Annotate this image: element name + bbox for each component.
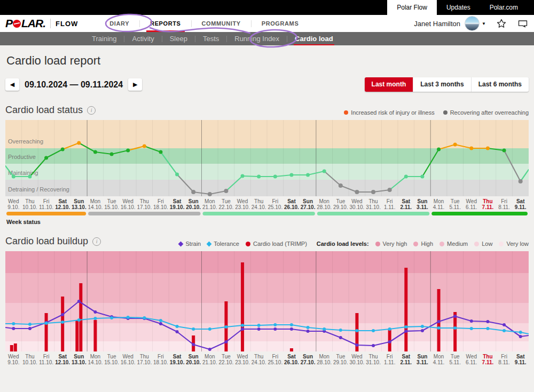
strain-point — [208, 348, 211, 351]
trimp-bar — [75, 321, 78, 351]
subnav-item-activity[interactable]: Activity — [124, 32, 161, 45]
axis-date-label: 20.10. — [186, 359, 201, 365]
strain-point — [176, 330, 179, 333]
status-point — [502, 149, 506, 153]
legend-dot-icon — [344, 110, 348, 115]
strain-point — [519, 335, 522, 338]
axis-day-label: Mon — [205, 354, 215, 359]
next-period-button[interactable]: ▶ — [128, 78, 142, 91]
subnav-item-sleep[interactable]: Sleep — [162, 32, 195, 45]
nav-item-reports[interactable]: REPORTS — [140, 15, 191, 32]
axis-day-label: Tue — [336, 354, 345, 359]
tolerance-point — [339, 329, 342, 332]
axis-day-label: Thu — [140, 354, 149, 359]
trimp-bar — [10, 345, 13, 351]
main-navbar: PLAR. FLOW DIARYREPORTSCOMMUNITYPROGRAMS… — [0, 15, 534, 32]
nav-item-programs[interactable]: PROGRAMS — [252, 15, 309, 32]
topbar-tab-updates[interactable]: Updates — [437, 0, 480, 15]
axis-date-label: 7.11. — [482, 359, 494, 365]
axis-day-label: Mon — [434, 354, 444, 359]
strain-point — [486, 320, 489, 323]
tolerance-point — [307, 326, 310, 329]
legend-diamond-icon — [178, 241, 184, 246]
last-6-months-button[interactable]: Last 6 months — [471, 77, 529, 92]
axis-day-label: Sat — [287, 198, 296, 204]
legend-dot-icon — [443, 110, 447, 115]
axis-day-label: Tue — [107, 198, 116, 204]
legend-item-high: High — [413, 241, 433, 247]
status-point — [77, 141, 81, 145]
axis-day-label: Thu — [368, 354, 378, 359]
trimp-bar — [404, 268, 407, 351]
axis-day-label: Sat — [173, 198, 182, 204]
axis-day-label: Fri — [501, 354, 507, 359]
status-point — [44, 156, 48, 160]
strain-point — [307, 330, 310, 333]
strain-point — [437, 320, 441, 323]
week-status-pill — [431, 212, 528, 215]
status-point — [289, 173, 293, 177]
tolerance-point — [176, 325, 179, 328]
status-point — [175, 173, 179, 177]
last-month-button[interactable]: Last month — [365, 77, 413, 92]
axis-day-label: Tue — [336, 198, 345, 204]
avatar[interactable] — [465, 16, 480, 31]
tolerance-point — [404, 325, 407, 329]
axis-date-label: 8.11. — [498, 204, 510, 210]
tolerance-point — [372, 329, 375, 332]
last-3-months-button[interactable]: Last 3 months — [413, 77, 470, 92]
axis-date-label: 23.10. — [235, 204, 250, 210]
axis-date-label: 3.11. — [417, 204, 428, 210]
status-info-icon[interactable]: i — [87, 106, 96, 115]
axis-day-label: Wed — [8, 354, 19, 359]
favorites-star-icon[interactable] — [496, 18, 507, 29]
status-point — [191, 190, 195, 194]
legend-dot-icon — [375, 242, 380, 246]
tolerance-point — [519, 331, 522, 334]
axis-date-label: 1.11. — [384, 204, 396, 210]
status-point — [61, 148, 65, 151]
axis-date-label: 27.10. — [301, 204, 316, 210]
axis-day-label: Thu — [140, 198, 149, 204]
nav-item-diary[interactable]: DIARY — [99, 15, 139, 32]
subnav-item-running-index[interactable]: Running Index — [227, 32, 287, 45]
topbar-tab-polar-flow[interactable]: Polar Flow — [387, 0, 437, 15]
axis-date-label: 22.10. — [219, 359, 234, 365]
axis-day-label: Thu — [25, 198, 34, 204]
axis-date-label: 25.10. — [268, 359, 282, 365]
legend-item-increased-risk-of-injury-or-illness: Increased risk of injury or illness — [344, 109, 435, 116]
zone-label-productive: Productive — [8, 154, 36, 160]
axis-date-label: 22.10. — [219, 204, 234, 210]
axis-date-label: 17.10. — [137, 204, 152, 210]
axis-day-label: Wed — [237, 198, 248, 204]
subnav-item-tests[interactable]: Tests — [195, 32, 226, 45]
axis-day-label: Sun — [189, 354, 199, 359]
legend-item-medium: Medium — [439, 241, 468, 247]
chevron-down-icon[interactable]: ▼ — [482, 21, 486, 26]
prev-period-button[interactable]: ◀ — [5, 78, 19, 91]
status-point — [306, 173, 310, 177]
axis-day-label: Wed — [351, 198, 362, 204]
feedback-chat-icon[interactable] — [517, 18, 529, 29]
tolerance-point — [437, 326, 441, 330]
topbar-tab-polar-com[interactable]: Polar.com — [480, 0, 528, 15]
axis-day-label: Sun — [74, 198, 84, 204]
axis-day-label: Wed — [237, 354, 248, 359]
axis-day-label: Thu — [254, 354, 263, 359]
subnav-item-training[interactable]: Training — [84, 32, 124, 45]
buildup-info-icon[interactable]: i — [92, 237, 101, 246]
strain-point — [372, 344, 375, 347]
axis-date-label: 16.10. — [121, 359, 136, 365]
status-point — [93, 150, 97, 154]
strain-point — [257, 327, 261, 331]
polar-logo[interactable]: PLAR. — [5, 17, 45, 30]
axis-date-label: 12.10. — [55, 204, 70, 210]
subnav-item-cardio-load[interactable]: Cardio load — [287, 32, 341, 45]
nav-item-community[interactable]: COMMUNITY — [192, 15, 251, 32]
strain-point — [388, 340, 391, 343]
strain-point — [61, 313, 64, 316]
axis-date-label: 30.10. — [350, 359, 365, 365]
user-name[interactable]: Janet Hamilton — [414, 20, 460, 28]
axis-day-label: Sat — [402, 198, 411, 204]
tolerance-point — [12, 322, 15, 325]
